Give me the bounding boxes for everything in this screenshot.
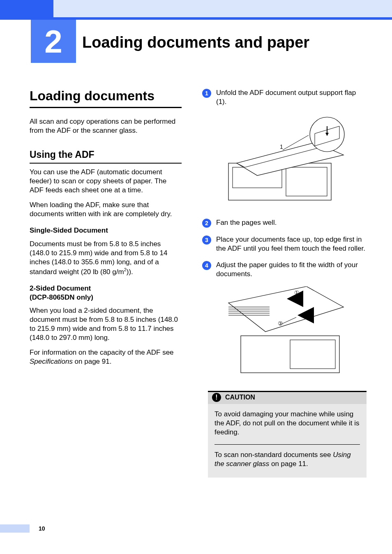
step-2: 2 Fan the pages well. [202,218,367,228]
step-number-icon: 2 [202,219,211,228]
figure2-label-1: ① [294,289,300,296]
caution-divider [214,444,360,445]
two-sided-heading-l2: (DCP-8065DN only) [30,293,93,301]
page-footer: 10 [0,523,45,534]
step-1: 1 Unfold the ADF document output support… [202,88,367,106]
caution-box: ! CAUTION To avoid damaging your machine… [208,391,367,478]
header-band [0,0,392,17]
footer-accent [0,524,30,533]
specs-em: Specifications [30,358,73,365]
caution-p2-pre: To scan non-standard documents see [214,451,333,459]
step-3: 3 Place your documents face up, top edge… [202,235,367,253]
caution-icon: ! [212,393,221,402]
single-sided-body: Documents must be from 5.8 to 8.5 inches… [30,240,182,277]
left-column: Loading documents All scan and copy oper… [30,88,182,478]
caution-paragraph-1: To avoid damaging your machine while usi… [214,410,360,437]
chapter-number: 2 [44,25,62,58]
step-4: 4 Adjust the paper guides to fit the wid… [202,261,367,279]
step-text: Unfold the ADF document output support f… [216,88,367,106]
svg-rect-3 [286,167,327,196]
chapter-number-box: 2 [31,20,76,63]
caution-paragraph-2: To scan non-standard documents see Using… [214,450,360,469]
section-heading: Loading documents [30,88,182,108]
page-number: 10 [39,525,45,532]
intro-paragraph: All scan and copy operations can be perf… [30,117,182,135]
figure-paper-guides: ① ② [216,286,352,381]
adf-paragraph-1: You can use the ADF (automatic document … [30,168,182,195]
subsection-heading: Using the ADF [30,149,182,164]
header-accent [0,0,53,17]
step-number-icon: 1 [202,89,211,98]
adf-paragraph-2: When loading the ADF, make sure that doc… [30,201,182,219]
figure-adf-flap: 1 [216,114,352,208]
caution-p2-post: on page 11. [269,460,308,468]
step-number-icon: 4 [202,261,211,270]
figure1-label: 1 [280,143,283,150]
figure2-label-2: ② [278,320,283,327]
caution-label: CAUTION [225,394,255,401]
two-sided-heading-l1: 2-Sided Document [30,284,91,292]
single-body-post: )). [127,268,133,275]
chapter-title: Loading documents and paper [82,34,309,51]
two-sided-body: When you load a 2-sided document, the do… [30,306,182,342]
specs-reference: For information on the capacity of the A… [30,348,182,366]
svg-rect-12 [290,340,335,369]
specs-pre: For information on the capacity of the A… [30,349,174,356]
single-body-pre: Documents must be from 5.8 to 8.5 inches… [30,240,167,276]
caution-body: To avoid damaging your machine while usi… [208,404,367,478]
step-text: Place your documents face up, top edge f… [216,235,367,253]
two-sided-heading: 2-Sided Document (DCP-8065DN only) [30,284,182,302]
right-column: 1 Unfold the ADF document output support… [202,88,367,478]
specs-post: on page 91. [73,358,112,365]
step-text: Adjust the paper guides to fit the width… [216,261,367,279]
single-sided-heading: Single-Sided Document [30,226,182,235]
step-text: Fan the pages well. [216,218,367,228]
caution-header: ! CAUTION [208,391,367,404]
step-number-icon: 3 [202,235,211,245]
